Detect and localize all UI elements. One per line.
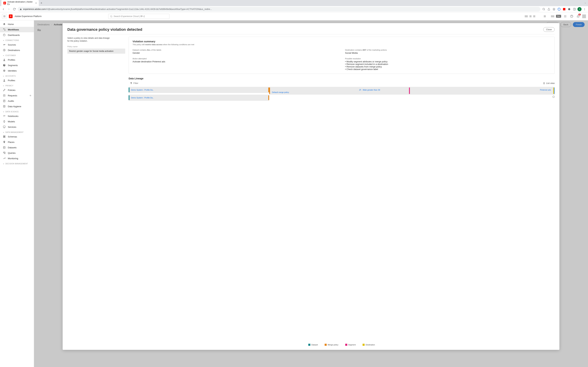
sidebar-item-sources[interactable]: Sources <box>0 42 34 47</box>
sidebar-item-segments[interactable]: Segments <box>0 63 34 68</box>
star-icon[interactable] <box>552 7 556 11</box>
sidebar-section-decision-management[interactable]: DECISION MANAGEMENT <box>0 161 34 165</box>
extensions-icon[interactable] <box>567 7 571 11</box>
sidebar-item-monitoring[interactable]: Monitoring <box>0 156 34 161</box>
sidebar-item-models[interactable]: Models <box>0 119 34 124</box>
close-button[interactable]: Close <box>543 27 555 32</box>
svg-rect-52 <box>3 137 5 138</box>
sidebar-item-schemas[interactable]: Schemas <box>0 134 34 139</box>
svg-marker-3 <box>553 8 555 10</box>
svg-rect-48 <box>3 126 5 127</box>
legend-swatch <box>308 344 310 346</box>
address-bar-row: experience.adobe.com/#/@salesvelocity/sn… <box>0 6 588 12</box>
sidebar-item-places[interactable]: Places <box>0 139 34 145</box>
lineage-dataset-node[interactable]: Demo System - Profile Da.. <box>129 95 269 101</box>
main-layout: HomeWorkflowsDashboardsCONNECTIONSSource… <box>0 20 588 367</box>
app-name: Adobe Experience Platform <box>15 15 42 17</box>
forward-icon[interactable] <box>7 7 11 11</box>
sidebar-item-audits[interactable]: Audits <box>0 98 34 104</box>
lock-icon <box>20 8 22 10</box>
monitoring-icon <box>3 157 6 160</box>
new-tab-button[interactable]: + <box>39 1 44 5</box>
policies-icon <box>3 89 6 92</box>
tab-overflow-icon[interactable] <box>584 2 588 4</box>
notebooks-icon <box>3 115 6 117</box>
legend-item-merge-policy: Merge policy <box>325 344 338 346</box>
places-icon <box>3 141 6 143</box>
more-icon[interactable] <box>583 7 587 11</box>
help-icon[interactable] <box>569 14 574 19</box>
list-view-button[interactable]: List view <box>542 82 555 85</box>
app-search-input[interactable]: Search Experience Cloud (⌘+/) <box>108 14 169 19</box>
legend-item-destination: Destination <box>363 344 375 346</box>
lineage-toolbar: Filter List view <box>129 81 555 85</box>
sidebar-section-accounts[interactable]: ACCOUNTS <box>0 73 34 78</box>
sidebar-item-requests[interactable]: Requests⧉ <box>0 93 34 98</box>
possible-resolution-field: Possible resolution • Modify segment att… <box>345 58 551 70</box>
sidebar-section-privacy[interactable]: PRIVACY <box>0 83 34 87</box>
sidebar-item-policies[interactable]: Policies <box>0 87 34 93</box>
svg-point-53 <box>3 146 5 147</box>
sidebar-section-data-science[interactable]: DATA SCIENCE <box>0 109 34 113</box>
legend-item-dataset: Dataset <box>308 344 318 346</box>
menu-toggle-button[interactable] <box>2 14 7 19</box>
ext2-icon[interactable] <box>562 7 566 11</box>
policy-list-column: Select a policy to view details and data… <box>67 37 125 346</box>
address-bar[interactable]: experience.adobe.com/#/@salesvelocity/sn… <box>18 7 540 12</box>
panel-icon[interactable] <box>572 7 576 11</box>
profile-avatar[interactable]: J <box>578 7 581 11</box>
sidebar-item-home[interactable]: Home <box>0 21 34 27</box>
profile-icon <box>3 79 6 82</box>
sidebar-section-connections[interactable]: CONNECTIONS <box>0 38 34 42</box>
sidebar-item-profiles[interactable]: Profiles <box>0 78 34 83</box>
identities-icon <box>3 69 6 72</box>
user-avatar[interactable] <box>582 14 586 18</box>
legend-swatch <box>325 344 327 346</box>
merge-color-bar <box>268 95 269 100</box>
sidebar-item-services[interactable]: Services <box>0 124 34 130</box>
sidebar-item-notebooks[interactable]: Notebooks <box>0 113 34 119</box>
resolution-item: • Check dataset governance label <box>345 68 551 70</box>
policy-name-label: Policy name <box>67 46 125 48</box>
sidebar-item-dashboards[interactable]: Dashboards <box>0 32 34 38</box>
browser-tab[interactable]: A Activate destination | Adobe Ex × <box>1 0 39 7</box>
sidebar-section-customer[interactable]: CUSTOMER <box>0 53 34 57</box>
svg-rect-4 <box>573 8 575 10</box>
info-icon[interactable] <box>553 96 555 98</box>
models-icon <box>3 120 6 123</box>
sidebar-item-profiles[interactable]: Profiles <box>0 57 34 63</box>
profile-icon <box>3 58 6 61</box>
dataset-labels-field: Dataset contains ALL of the labels Gende… <box>132 49 338 54</box>
svg-rect-50 <box>3 136 4 137</box>
placeholder-icon <box>551 15 554 17</box>
sidebar-item-destinations[interactable]: Destinations <box>0 47 34 53</box>
sidebar-item-queries[interactable]: Queries <box>0 150 34 156</box>
placeholder-icon <box>533 15 535 17</box>
sidebar-item-workflows[interactable]: Workflows <box>0 27 34 32</box>
sidebar-item-data-hygiene[interactable]: Data Hygiene <box>0 104 34 109</box>
close-tab-icon[interactable]: × <box>35 2 37 4</box>
sidebar-item-identities[interactable]: Identities <box>0 68 34 73</box>
filter-button[interactable]: Filter <box>129 81 140 85</box>
ext1-icon[interactable] <box>557 7 561 11</box>
resolution-item: • Remove datasets from merge policy <box>345 66 551 68</box>
lineage-flow-row[interactable]: Default merge policy JF - Male greater t… <box>269 87 555 95</box>
back-icon[interactable] <box>1 7 5 11</box>
reload-icon[interactable] <box>12 7 16 11</box>
policy-row[interactable]: Restrict gender usage for Social media a… <box>67 49 125 54</box>
destination-color-bar2 <box>554 87 555 94</box>
sidebar-section-data-management[interactable]: DATA MANAGEMENT <box>0 130 34 134</box>
svg-point-32 <box>4 70 5 71</box>
policy-description: Select a policy to view details and data… <box>67 37 110 42</box>
share-icon[interactable] <box>547 7 551 11</box>
sidebar-item-datasets[interactable]: Datasets <box>0 145 34 150</box>
queries-icon <box>3 151 6 154</box>
svg-point-29 <box>4 44 5 45</box>
legend-swatch <box>345 344 347 346</box>
search-icon[interactable] <box>542 7 546 11</box>
lineage-dataset-node[interactable]: Demo System - Profile Da.. <box>129 87 269 93</box>
notifications-icon[interactable]: 9+ <box>576 14 580 19</box>
apps-icon[interactable] <box>563 14 568 19</box>
svg-point-20 <box>564 17 565 17</box>
sidebar: HomeWorkflowsDashboardsCONNECTIONSSource… <box>0 20 34 367</box>
